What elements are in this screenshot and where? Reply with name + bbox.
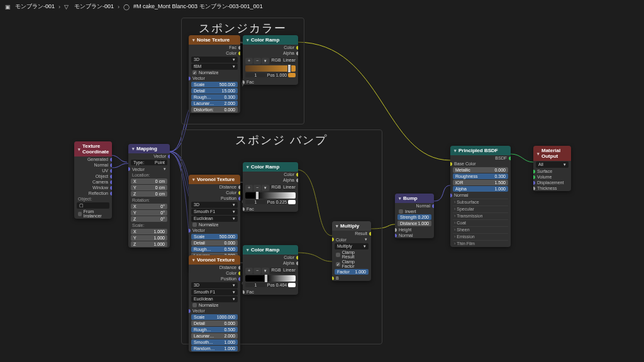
acc-sheen[interactable]: Sheen [453,226,508,233]
ramp-gradient[interactable] [245,65,296,72]
loc-x[interactable]: X0 cm [131,178,167,184]
scale-x[interactable]: X1.000 [131,229,167,234]
node-voronoi-2[interactable]: Voronoi Texture Distance Color Position … [189,255,240,352]
node-material-output[interactable]: Material Output All▾ Surface Volume Disp… [533,146,571,191]
acc-transmission[interactable]: Transmission [453,212,508,219]
scale-y[interactable]: Y1.000 [131,235,167,241]
noise-rough[interactable]: Rough…0.300 [191,94,238,100]
node-mapping[interactable]: Mapping Vector Type:Point Vector▾ Locati… [128,144,170,248]
acc-emission[interactable]: Emission [453,233,508,239]
noise-dist[interactable]: Distortion:0.000 [191,107,238,112]
node-header[interactable]: Voronoi Texture [189,255,240,265]
node-texture-coordinate[interactable]: Texture Coordinate Generated Normal UV O… [74,141,112,219]
node-header[interactable]: Voronoi Texture [189,175,240,184]
loc-z[interactable]: Z0 cm [131,191,167,197]
acc-specular[interactable]: Specular [453,206,508,212]
rot-x[interactable]: X0° [131,204,167,209]
acc-coat[interactable]: Coat [453,219,508,226]
noise-normalize[interactable]: Normalize [192,70,236,75]
node-color-ramp-3[interactable]: Color Ramp Color Alpha +−▾RGBLinear 1Pos… [243,245,298,295]
node-header[interactable]: Principled BSDF [450,146,511,155]
noise-detail[interactable]: Detail15.000 [191,88,238,94]
noise-lac[interactable]: Lacunar…2.000 [191,101,238,106]
scale-z[interactable]: Z1.000 [131,241,167,247]
node-color-ramp-2[interactable]: Color Ramp Color Alpha +−▾RGBLinear 1Pos… [243,162,298,212]
rot-y[interactable]: Y0° [131,210,167,216]
node-header[interactable]: Bump [395,194,434,203]
node-multiply[interactable]: Multiply Result Color▾ Multiply▾ Clamp R… [332,221,371,281]
node-bump[interactable]: Bump Normal Invert Strength0.200 Distanc… [395,194,434,238]
node-header[interactable]: Color Ramp [243,245,298,255]
node-header[interactable]: Material Output [533,146,571,161]
from-instancer-checkbox[interactable]: From Instancer [78,209,108,218]
node-header[interactable]: Texture Coordinate [74,141,112,156]
acc-thinfilm[interactable]: Thin Film [453,240,508,246]
rot-z[interactable]: Z0° [131,216,167,222]
noise-dim[interactable]: 3D▾ [191,57,238,63]
node-canvas[interactable]: スポンジカラー スポンジ バンプ Texture Coordinate Gene… [0,0,644,362]
out-target[interactable]: All▾ [536,162,569,168]
node-noise-texture[interactable]: Noise Texture Fac Color 3D▾ fBM▾ Normali… [189,35,240,113]
node-color-ramp-1[interactable]: Color Ramp Color Alpha +−▾ RGBLinear 1Po… [243,35,298,85]
frame-title: スポンジ バンプ [182,130,382,151]
object-picker[interactable]: ▢ [77,202,109,209]
noise-scale[interactable]: Scale500.000 [191,82,238,87]
node-header[interactable]: Multiply [332,221,371,231]
ramp-toolbar[interactable]: +−▾ RGBLinear [245,58,296,64]
loc-y[interactable]: Y0 cm [131,185,167,190]
node-header[interactable]: Color Ramp [243,35,298,45]
acc-subsurface[interactable]: Subsurface [453,199,508,205]
node-principled-bsdf[interactable]: Principled BSDF BSDF Base Color Metallic… [450,146,511,247]
node-header[interactable]: Mapping [128,144,170,153]
node-header[interactable]: Color Ramp [243,162,298,172]
node-header[interactable]: Noise Texture [189,35,240,45]
mapping-type-select[interactable]: Type:Point [131,160,167,165]
noise-type[interactable]: fBM▾ [191,63,238,70]
